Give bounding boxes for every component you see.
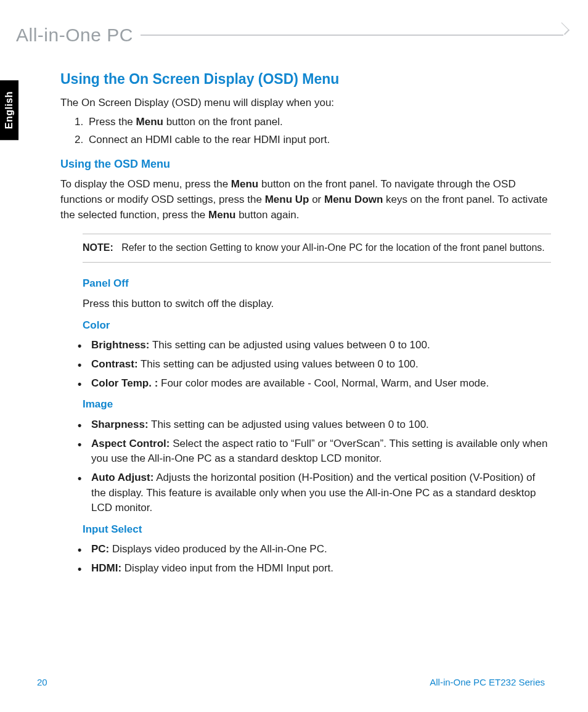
page-header: All-in-One PC <box>16 25 563 46</box>
series-label: All-in-One PC ET232 Series <box>430 677 545 687</box>
page-number: 20 <box>37 677 47 687</box>
note-label: NOTE: <box>83 242 113 253</box>
color-title: Color <box>83 318 551 333</box>
subsection-title: Using the OSD Menu <box>60 156 551 172</box>
note-box: NOTE: Refer to the section Getting to kn… <box>83 234 551 263</box>
page-footer: 20 All-in-One PC ET232 Series <box>37 677 545 687</box>
intro-text: The On Screen Display (OSD) menu will di… <box>60 96 551 111</box>
image-list: Sharpness: This setting can be adjusted … <box>74 417 551 516</box>
list-item: Sharpness: This setting can be adjusted … <box>74 417 551 433</box>
header-rule <box>141 35 563 36</box>
input-select-title: Input Select <box>83 522 551 538</box>
list-item: HDMI: Display video input from the HDMI … <box>74 561 551 576</box>
product-title: All-in-One PC <box>16 25 141 46</box>
steps-list: Press the Menu button on the front panel… <box>60 115 551 147</box>
input-select-list: PC: Displays video produced by the All-i… <box>74 542 551 576</box>
list-item: Auto Adjust: Adjusts the horizontal posi… <box>74 470 551 516</box>
list-item: Brightness: This setting can be adjusted… <box>74 338 551 353</box>
list-item: Contrast: This setting can be adjusted u… <box>74 357 551 372</box>
page-content: Using the On Screen Display (OSD) Menu T… <box>60 69 551 581</box>
section-title: Using the On Screen Display (OSD) Menu <box>60 69 551 89</box>
language-tab: English <box>0 80 18 140</box>
list-item: Color Temp. : Four color modes are avail… <box>74 376 551 391</box>
list-item: Aspect Control: Select the aspect ratio … <box>74 436 551 467</box>
color-list: Brightness: This setting can be adjusted… <box>74 338 551 391</box>
image-title: Image <box>83 397 551 412</box>
step-item: Press the Menu button on the front panel… <box>86 115 551 130</box>
panel-off-title: Panel Off <box>83 276 551 292</box>
note-text: Refer to the section Getting to know you… <box>121 242 545 253</box>
step-item: Connect an HDMI cable to the rear HDMI i… <box>86 133 551 148</box>
panel-off-text: Press this button to switch off the disp… <box>83 297 551 312</box>
subsection-paragraph: To display the OSD menu, press the Menu … <box>60 177 551 223</box>
list-item: PC: Displays video produced by the All-i… <box>74 542 551 557</box>
